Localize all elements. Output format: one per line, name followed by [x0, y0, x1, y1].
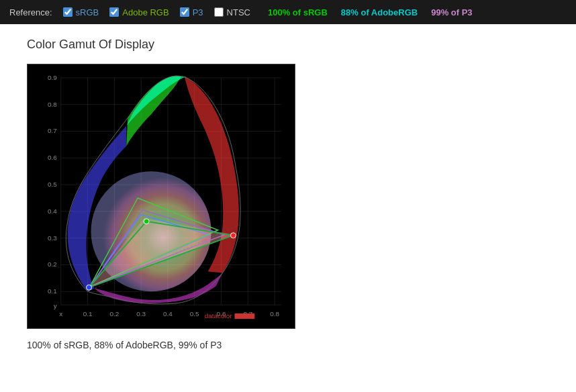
- svg-text:0.6: 0.6: [48, 154, 57, 161]
- ref-label-ntsc: NTSC: [227, 7, 250, 17]
- svg-text:y: y: [54, 302, 57, 309]
- main-content: Color Gamut Of Display: [0, 24, 576, 364]
- ref-item-srgb[interactable]: sRGB: [63, 7, 99, 17]
- ref-item-p3[interactable]: P3: [180, 7, 203, 17]
- svg-text:datacolor: datacolor: [205, 312, 233, 320]
- svg-text:0.2: 0.2: [109, 310, 119, 317]
- svg-text:0.2: 0.2: [48, 260, 57, 268]
- svg-text:0.3: 0.3: [136, 310, 146, 317]
- svg-text:0.7: 0.7: [48, 127, 57, 134]
- ref-item-adobe[interactable]: Adobe RGB: [109, 7, 169, 17]
- gamut-chart: 0.9 0.8 0.7 0.6 0.5 0.4 0.3 0.2 0.1 y x …: [28, 64, 295, 328]
- svg-point-47: [87, 285, 92, 290]
- reference-label: Reference:: [9, 7, 52, 17]
- chart-container: 0.9 0.8 0.7 0.6 0.5 0.4 0.3 0.2 0.1 y x …: [27, 64, 295, 329]
- result-p3: 99% of P3: [431, 7, 472, 17]
- result-srgb: 100% of sRGB: [268, 7, 328, 17]
- ref-label-p3: P3: [193, 7, 203, 17]
- checkbox-adobe[interactable]: [109, 7, 119, 17]
- result-adobe: 88% of AdobeRGB: [341, 7, 418, 17]
- svg-text:0.9: 0.9: [48, 74, 57, 81]
- svg-point-48: [230, 233, 236, 238]
- checkbox-srgb[interactable]: [63, 7, 73, 17]
- result-values: 100% of sRGB 88% of AdobeRGB 99% of P3: [268, 7, 473, 17]
- svg-text:0.4: 0.4: [163, 310, 173, 317]
- svg-text:0.8: 0.8: [48, 101, 57, 108]
- ref-label-srgb: sRGB: [76, 7, 99, 17]
- checkbox-p3[interactable]: [180, 7, 189, 17]
- svg-rect-50: [234, 313, 254, 319]
- svg-text:0.5: 0.5: [190, 310, 199, 317]
- summary-text: 100% of sRGB, 88% of AdobeRGB, 99% of P3: [27, 340, 549, 350]
- checkbox-ntsc[interactable]: [214, 7, 224, 17]
- chart-title: Color Gamut Of Display: [27, 38, 549, 52]
- svg-text:0.5: 0.5: [48, 181, 57, 188]
- svg-text:0.8: 0.8: [270, 310, 279, 317]
- svg-text:x: x: [59, 310, 62, 317]
- ref-item-ntsc[interactable]: NTSC: [214, 7, 250, 17]
- svg-text:0.4: 0.4: [48, 207, 57, 215]
- reference-bar: Reference: sRGB Adobe RGB P3 NTSC 100% o…: [0, 0, 576, 24]
- svg-text:0.1: 0.1: [48, 287, 57, 295]
- svg-text:0.1: 0.1: [83, 310, 93, 317]
- svg-text:0.3: 0.3: [48, 234, 57, 242]
- svg-point-46: [144, 219, 149, 224]
- ref-label-adobe: Adobe RGB: [122, 7, 169, 17]
